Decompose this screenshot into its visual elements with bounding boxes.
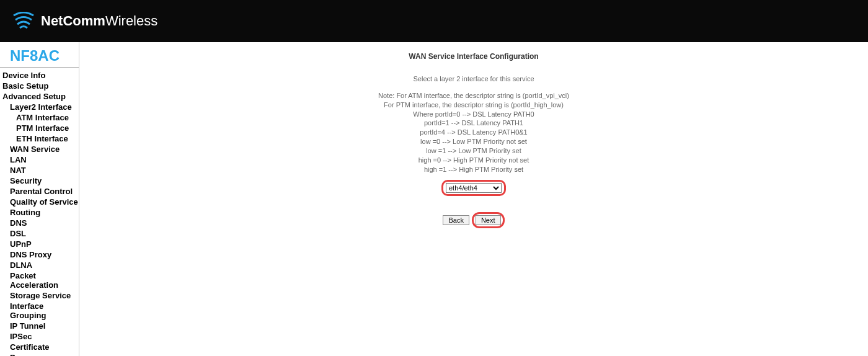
- nav-upnp[interactable]: UPnP: [2, 239, 79, 249]
- note-line: Where portId=0 --> DSL Latency PATH0: [79, 110, 868, 119]
- nav-basic-setup[interactable]: Basic Setup: [2, 81, 79, 91]
- nav-routing[interactable]: Routing: [2, 207, 79, 218]
- brand-text: NetCommWireless: [41, 13, 157, 29]
- next-button-highlight: Next: [472, 212, 505, 228]
- note-line: For PTM interface, the descriptor string…: [79, 100, 868, 110]
- nav-dsl[interactable]: DSL: [2, 228, 79, 239]
- nav-packet[interactable]: Packet Acceleration: [2, 270, 79, 290]
- nav-security[interactable]: Security: [2, 176, 79, 186]
- nav-dns[interactable]: DNS: [2, 218, 79, 228]
- interface-select[interactable]: eth4/eth4: [446, 183, 502, 193]
- main-content: WAN Service Interface Configuration Sele…: [79, 42, 868, 356]
- header: NetCommWireless: [0, 0, 868, 42]
- nav-ipsec[interactable]: IPSec: [2, 331, 79, 342]
- nav-atm[interactable]: ATM Interface: [2, 112, 79, 123]
- nav-storage[interactable]: Storage Service: [2, 290, 79, 301]
- nav-layer2[interactable]: Layer2 Interface: [2, 102, 79, 112]
- next-button[interactable]: Next: [476, 215, 501, 225]
- nav-qos[interactable]: Quality of Service: [2, 197, 79, 207]
- nav-cert[interactable]: Certificate: [2, 342, 79, 352]
- note-line: high =1 --> High PTM Priority set: [79, 165, 868, 174]
- sidebar: NF8AC Device Info Basic Setup Advanced S…: [0, 42, 79, 356]
- note-line: Note: For ATM interface, the descriptor …: [79, 91, 868, 100]
- back-button[interactable]: Back: [443, 215, 469, 225]
- nav-advanced-setup[interactable]: Advanced Setup: [2, 91, 79, 102]
- nav-ifgroup[interactable]: Interface Grouping: [2, 301, 79, 321]
- nav-eth[interactable]: ETH Interface: [2, 133, 79, 144]
- note-line: portId=1 --> DSL Latency PATH1: [79, 118, 868, 128]
- nav: Device Info Basic Setup Advanced Setup L…: [0, 68, 79, 356]
- note-line: high =0 --> High PTM Priority not set: [79, 156, 868, 165]
- wifi-arc-icon: [12, 12, 35, 30]
- model-label: NF8AC: [0, 42, 79, 68]
- nav-device-info[interactable]: Device Info: [2, 70, 79, 81]
- select-instruction: Select a layer 2 interface for this serv…: [79, 74, 868, 84]
- nav-parental[interactable]: Parental Control: [2, 186, 79, 197]
- nav-iptunnel[interactable]: IP Tunnel: [2, 321, 79, 331]
- nav-ptm[interactable]: PTM Interface: [2, 123, 79, 133]
- nav-dlna[interactable]: DLNA: [2, 260, 79, 270]
- note-line: low =0 --> Low PTM Priority not set: [79, 137, 868, 146]
- nav-nat[interactable]: NAT: [2, 165, 79, 176]
- nav-lan[interactable]: LAN: [2, 154, 79, 165]
- note-line: portId=4 --> DSL Latency PATH0&1: [79, 128, 868, 137]
- brand-logo: NetCommWireless: [12, 12, 157, 30]
- interface-select-highlight: eth4/eth4: [441, 180, 506, 196]
- nav-power[interactable]: Power Management: [2, 352, 79, 356]
- nav-wan[interactable]: WAN Service: [2, 144, 79, 154]
- page-title: WAN Service Interface Configuration: [79, 52, 868, 61]
- button-row: Back Next: [443, 212, 504, 228]
- nav-dnsproxy[interactable]: DNS Proxy: [2, 249, 79, 260]
- note-line: low =1 --> Low PTM Priority set: [79, 146, 868, 156]
